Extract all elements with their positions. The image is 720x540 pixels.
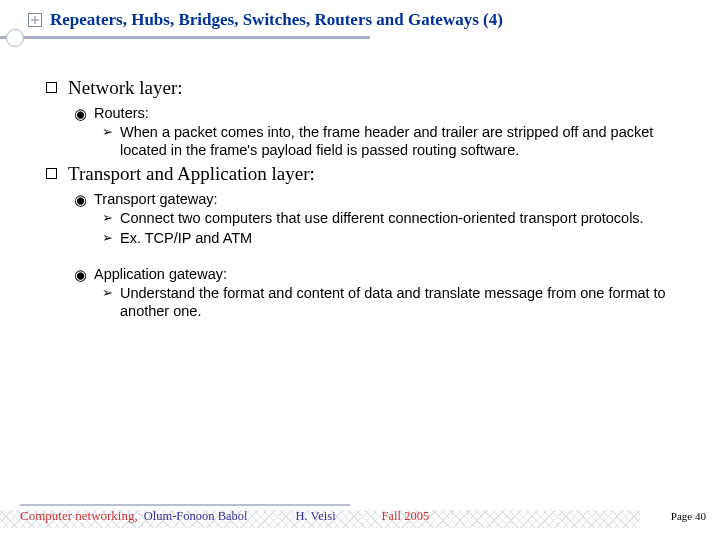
square-bullet-icon (46, 168, 57, 179)
subsection-label: Application gateway: (94, 266, 227, 282)
bullet-point: ➢ Connect two computers that use differe… (102, 209, 686, 227)
bullet-point: ➢ Ex. TCP/IP and ATM (102, 229, 686, 247)
footer-author: H. Veisi (296, 509, 336, 524)
subsection-label: Transport gateway: (94, 191, 218, 207)
square-bullet-icon (46, 82, 57, 93)
subsection: ◉ Application gateway: (74, 266, 686, 282)
target-bullet-icon: ◉ (74, 106, 87, 121)
point-text: Ex. TCP/IP and ATM (120, 230, 252, 246)
slide: Repeaters, Hubs, Bridges, Switches, Rout… (0, 0, 720, 540)
target-bullet-icon: ◉ (74, 192, 87, 207)
slide-title: Repeaters, Hubs, Bridges, Switches, Rout… (50, 10, 503, 30)
bullet-point: ➢ Understand the format and content of d… (102, 284, 686, 320)
section-heading: Transport and Application layer: (46, 163, 686, 185)
title-row: Repeaters, Hubs, Bridges, Switches, Rout… (28, 10, 692, 30)
footer-institution: Olum-Fonoon Babol (144, 509, 248, 524)
point-text: When a packet comes into, the frame head… (120, 124, 653, 158)
footer-term: Fall 2005 (382, 509, 430, 524)
subsection-label: Routers: (94, 105, 149, 121)
footer-page: Page 40 (671, 510, 706, 522)
subsection: ◉ Routers: (74, 105, 686, 121)
title-underline (0, 36, 370, 39)
footer-line (20, 504, 350, 506)
heading-text: Transport and Application layer: (68, 163, 315, 184)
target-bullet-icon: ◉ (74, 267, 87, 282)
title-bullet-icon (28, 13, 42, 27)
point-text: Understand the format and content of dat… (120, 285, 666, 319)
bullet-point: ➢ When a packet comes into, the frame he… (102, 123, 686, 159)
arrow-bullet-icon: ➢ (102, 286, 113, 299)
slide-footer: Computer networking, Olum-Fonoon Babol H… (0, 506, 720, 534)
arrow-bullet-icon: ➢ (102, 231, 113, 244)
slide-content: Network layer: ◉ Routers: ➢ When a packe… (28, 39, 692, 320)
section-heading: Network layer: (46, 77, 686, 99)
footer-row: Computer networking, Olum-Fonoon Babol H… (20, 508, 706, 524)
arrow-bullet-icon: ➢ (102, 211, 113, 224)
heading-text: Network layer: (68, 77, 182, 98)
subsection: ◉ Transport gateway: (74, 191, 686, 207)
arrow-bullet-icon: ➢ (102, 125, 113, 138)
footer-course: Computer networking, (20, 508, 138, 524)
point-text: Connect two computers that use different… (120, 210, 644, 226)
